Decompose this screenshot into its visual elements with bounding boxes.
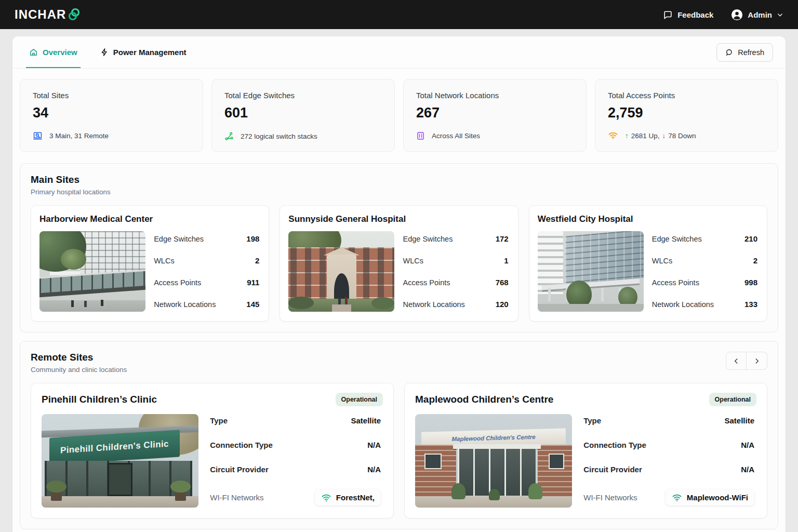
wifi-icon bbox=[672, 494, 682, 502]
stat-subtext: ↑ 2681 Up, ↓ 78 Down bbox=[625, 132, 696, 140]
detail-value: N/A bbox=[741, 465, 754, 474]
stat-label: Total Access Points bbox=[608, 91, 765, 100]
site-photo-westfield bbox=[538, 231, 644, 312]
site-stat-row: WLCs 1 bbox=[403, 256, 508, 265]
brand-chain-link-icon bbox=[68, 7, 81, 22]
main-sites-subtitle: Primary hospital locations bbox=[31, 188, 111, 196]
site-stat-row: WLCs 2 bbox=[154, 256, 259, 265]
detail-label: WI-FI Networks bbox=[583, 493, 637, 502]
site-stat-row: Access Points 911 bbox=[154, 278, 259, 287]
stat-card-access-points: Total Access Points 2,759 ↑ 2681 Up, ↓ 7… bbox=[595, 79, 778, 152]
detail-value: N/A bbox=[741, 441, 754, 449]
detail-value: N/A bbox=[367, 465, 381, 474]
stat-card-edge-switches: Total Edge Switches 601 272 logical swit… bbox=[211, 79, 395, 152]
detail-label: Type bbox=[583, 416, 601, 425]
arrow-down-icon: ↓ bbox=[662, 132, 666, 140]
remote-card-pinehill[interactable]: Pinehill Children’s Clinic Operational P… bbox=[31, 383, 394, 518]
site-photo-harborview bbox=[39, 231, 145, 312]
stat-row-label: Edge Switches bbox=[652, 235, 702, 243]
stat-row-value: 1 bbox=[504, 256, 508, 265]
remote-photo-pinehill: Pinehill Children's Clinic bbox=[42, 414, 198, 508]
stats-row: Total Sites 34 3 Main, 31 Remote Total E… bbox=[12, 69, 786, 155]
site-card-sunnyside[interactable]: Sunnyside General Hospital Edge Switches… bbox=[280, 205, 518, 322]
detail-label: Connection Type bbox=[210, 441, 273, 449]
top-navbar: INCHAR Feedback A bbox=[0, 0, 798, 29]
lightning-bolt-icon bbox=[100, 48, 109, 57]
detail-value: N/A bbox=[367, 441, 381, 449]
tabs-row: Overview Power Management Refresh bbox=[12, 36, 786, 69]
user-avatar-icon bbox=[731, 9, 743, 21]
tab-power-management[interactable]: Power Management bbox=[100, 36, 187, 68]
wifi-network-name: Maplewood-WiFi bbox=[687, 493, 748, 502]
tab-overview[interactable]: Overview bbox=[29, 36, 77, 68]
refresh-button[interactable]: Refresh bbox=[716, 43, 773, 62]
stat-row-label: Edge Switches bbox=[403, 235, 453, 243]
remote-sites-section: Remote Sites Community and clinic locati… bbox=[20, 341, 778, 529]
stat-value: 601 bbox=[224, 105, 382, 121]
chevron-down-icon bbox=[777, 11, 783, 18]
stat-card-total-sites: Total Sites 34 3 Main, 31 Remote bbox=[20, 79, 203, 152]
feedback-button[interactable]: Feedback bbox=[663, 10, 713, 20]
stat-row-value: 911 bbox=[247, 278, 259, 287]
remote-card-maplewood[interactable]: Maplewood Children’s Centre Operational … bbox=[404, 383, 767, 518]
detail-row-connection-type: Connection Type N/A bbox=[583, 441, 754, 449]
main-sites-grid: Harborview Medical Center Edge Switches … bbox=[31, 205, 767, 322]
aps-down-text: 78 Down bbox=[668, 132, 696, 140]
remote-prev-button[interactable] bbox=[726, 352, 747, 370]
detail-row-wifi: WI-FI Networks bbox=[583, 489, 754, 506]
detail-value: Satellite bbox=[351, 416, 381, 425]
stat-row-value: 210 bbox=[744, 234, 757, 243]
site-stat-row: Edge Switches 210 bbox=[652, 234, 757, 243]
stat-label: Total Sites bbox=[33, 91, 190, 100]
wifi-network-chip[interactable]: Maplewood-WiFi bbox=[666, 489, 754, 506]
admin-menu-button[interactable]: Admin bbox=[731, 9, 783, 21]
wifi-network-chip[interactable]: ForestNet, bbox=[315, 489, 381, 506]
site-stat-row: Network Locations 145 bbox=[154, 300, 259, 309]
stat-row-value: 198 bbox=[246, 234, 259, 243]
storefront-sign-text: Pinehill Children's Clinic bbox=[60, 438, 169, 456]
site-stat-row: Network Locations 133 bbox=[652, 300, 757, 309]
site-card-westfield[interactable]: Westfield City Hospital Edge Switches 21… bbox=[529, 205, 767, 322]
stat-subtext: 272 logical switch stacks bbox=[241, 132, 317, 140]
stat-row-value: 120 bbox=[496, 300, 509, 309]
site-card-harborview[interactable]: Harborview Medical Center Edge Switches … bbox=[31, 205, 269, 322]
sites-monitor-icon bbox=[33, 131, 43, 140]
stat-row-value: 2 bbox=[255, 256, 259, 265]
brand-logo[interactable]: INCHAR bbox=[15, 7, 81, 22]
home-icon bbox=[29, 48, 38, 57]
site-stat-row: Access Points 768 bbox=[403, 278, 508, 287]
detail-row-type: Type Satellite bbox=[583, 416, 754, 425]
stat-card-network-locations: Total Network Locations 267 Across All S… bbox=[403, 79, 587, 152]
site-stat-row: Edge Switches 198 bbox=[154, 234, 259, 243]
stat-row-value: 172 bbox=[496, 234, 509, 243]
remote-next-button[interactable] bbox=[747, 352, 767, 370]
remote-sites-subtitle: Community and clinic locations bbox=[31, 366, 127, 374]
stat-label: Total Edge Switches bbox=[224, 91, 382, 100]
site-name: Harborview Medical Center bbox=[39, 214, 260, 224]
detail-row-connection-type: Connection Type N/A bbox=[210, 441, 381, 449]
stat-label: Total Network Locations bbox=[416, 91, 574, 100]
stat-row-label: WLCs bbox=[403, 257, 423, 265]
wifi-network-name: ForestNet, bbox=[336, 493, 375, 502]
remote-sites-grid: Pinehill Children’s Clinic Operational P… bbox=[31, 383, 767, 518]
stat-subtext: Across All Sites bbox=[432, 132, 480, 140]
detail-label: Circuit Provider bbox=[210, 465, 269, 474]
stat-row-value: 133 bbox=[744, 300, 757, 309]
stat-row-label: WLCs bbox=[154, 257, 174, 265]
stat-row-value: 145 bbox=[246, 300, 259, 309]
stat-row-label: Access Points bbox=[403, 278, 450, 287]
site-name: Westfield City Hospital bbox=[538, 214, 759, 224]
wifi-icon bbox=[608, 131, 618, 140]
status-badge: Operational bbox=[336, 393, 383, 406]
remote-site-name: Pinehill Children’s Clinic bbox=[42, 394, 157, 405]
stat-row-label: Edge Switches bbox=[154, 235, 204, 243]
tab-power-label: Power Management bbox=[113, 48, 187, 57]
detail-label: WI-FI Networks bbox=[210, 493, 263, 502]
site-stat-row: WLCs 2 bbox=[652, 256, 757, 265]
tab-bar: Overview Power Management bbox=[29, 36, 187, 68]
arrow-up-icon: ↑ bbox=[625, 132, 629, 140]
detail-value: Satellite bbox=[724, 416, 754, 425]
detail-label: Connection Type bbox=[583, 441, 646, 449]
stat-row-label: WLCs bbox=[652, 257, 672, 265]
status-badge: Operational bbox=[709, 393, 756, 406]
